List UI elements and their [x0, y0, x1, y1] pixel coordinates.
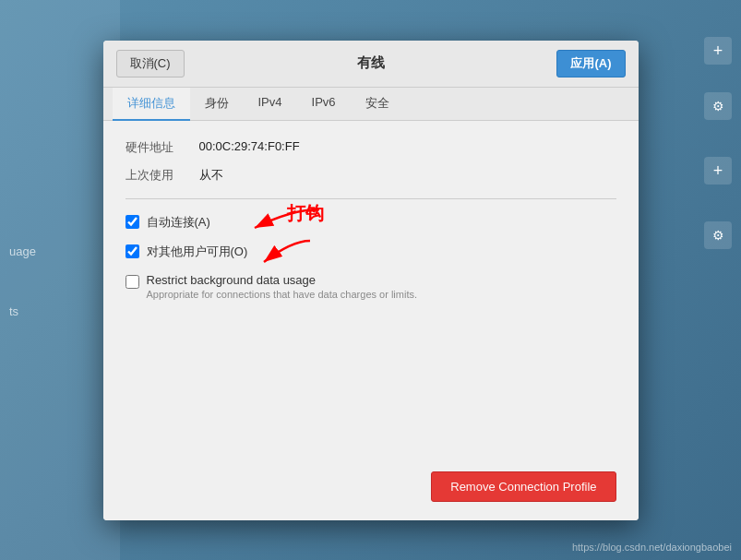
restrict-checkbox[interactable] — [125, 275, 139, 289]
restrict-text: Restrict background data usage Appropria… — [147, 273, 418, 300]
tab-ipv6[interactable]: IPv6 — [297, 88, 351, 121]
tab-identity[interactable]: 身份 — [190, 88, 244, 121]
restrict-main-label: Restrict background data usage — [147, 273, 418, 287]
last-used-label: 上次使用 — [125, 167, 199, 184]
auto-connect-checkbox[interactable] — [125, 215, 139, 229]
dialog-title: 有线 — [357, 54, 385, 72]
remove-connection-button[interactable]: Remove Connection Profile — [431, 471, 616, 502]
hardware-label: 硬件地址 — [125, 139, 199, 156]
last-used-value: 从不 — [199, 167, 223, 184]
tabs-bar: 详细信息 身份 IPv4 IPv6 安全 — [103, 88, 639, 121]
all-users-label: 对其他用户可用(O) — [147, 244, 248, 260]
tab-details[interactable]: 详细信息 — [113, 88, 190, 121]
hardware-value: 00:0C:29:74:F0:FF — [199, 139, 300, 156]
apply-button[interactable]: 应用(A) — [556, 50, 625, 77]
cancel-button[interactable]: 取消(C) — [116, 50, 185, 77]
dialog-footer: Remove Connection Profile — [103, 457, 639, 520]
restrict-sub-label: Appropriate for connections that have da… — [147, 289, 418, 300]
separator — [125, 198, 616, 199]
arrow-annotation-2 — [255, 236, 329, 278]
tab-security[interactable]: 安全 — [351, 88, 404, 121]
dialog-content: 硬件地址 00:0C:29:74:F0:FF 上次使用 从不 自动连接(A) — [103, 121, 639, 457]
restrict-row: Restrict background data usage Appropria… — [125, 273, 616, 300]
all-users-checkbox[interactable] — [125, 244, 139, 258]
dialog: 取消(C) 有线 应用(A) 详细信息 身份 IPv4 IPv6 安全 硬件地址… — [103, 41, 639, 520]
annotation-text: 打钩 — [287, 201, 324, 226]
all-users-row: 对其他用户可用(O) — [125, 244, 616, 260]
auto-connect-label: 自动连接(A) — [147, 214, 210, 231]
dialog-titlebar: 取消(C) 有线 应用(A) — [103, 41, 639, 88]
tab-ipv4[interactable]: IPv4 — [244, 88, 297, 121]
last-used-row: 上次使用 从不 — [125, 167, 616, 184]
auto-connect-row: 自动连接(A) 打钩 — [125, 214, 616, 231]
modal-overlay: 取消(C) 有线 应用(A) 详细信息 身份 IPv4 IPv6 安全 硬件地址… — [0, 0, 741, 560]
hardware-row: 硬件地址 00:0C:29:74:F0:FF — [125, 139, 616, 156]
